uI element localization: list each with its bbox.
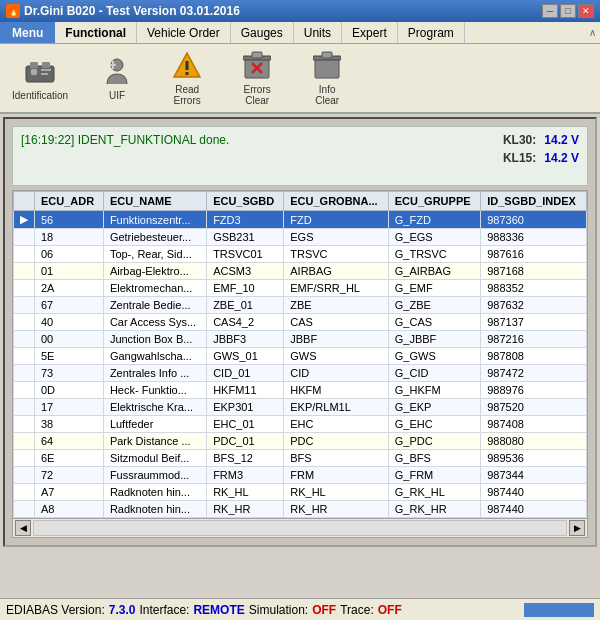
svg-rect-2 <box>41 69 51 71</box>
ecu-grobna: EMF/SRR_HL <box>284 280 389 297</box>
ecu-adr: 64 <box>35 433 104 450</box>
ecu-grobna: EHC <box>284 416 389 433</box>
ecu-adr: 18 <box>35 229 104 246</box>
uif-button[interactable]: UIF <box>92 54 142 103</box>
col-ecu-adr[interactable]: ECU_ADR <box>35 192 104 211</box>
ecu-name: Radknoten hin... <box>103 501 206 518</box>
ecu-grobna: EGS <box>284 229 389 246</box>
table-row[interactable]: 0DHeck- Funktio...HKFM11HKFMG_HKFM988976 <box>14 382 587 399</box>
ecu-name: Fussraummod... <box>103 467 206 484</box>
kl15-value: 14.2 V <box>544 151 579 165</box>
table-row[interactable]: 06Top-, Rear, Sid...TRSVC01TRSVCG_TRSVC9… <box>14 246 587 263</box>
ecu-name: Elektromechan... <box>103 280 206 297</box>
row-indicator <box>14 263 35 280</box>
menu-item-functional[interactable]: Functional <box>55 22 137 43</box>
menu-chevron-icon: ∧ <box>589 27 600 38</box>
menu-item-gauges[interactable]: Gauges <box>231 22 294 43</box>
table-row[interactable]: 00Junction Box B...JBBF3JBBFG_JBBF987216 <box>14 331 587 348</box>
id-sgbd-index: 987216 <box>481 331 587 348</box>
menu-item-menu[interactable]: Menu <box>0 22 55 43</box>
menu-item-program[interactable]: Program <box>398 22 465 43</box>
table-row[interactable]: 18Getriebesteuer...GSB231EGSG_EGS988336 <box>14 229 587 246</box>
close-button[interactable]: ✕ <box>578 4 594 18</box>
svg-rect-11 <box>186 72 189 75</box>
title-bar: 🔥 Dr.Gini B020 - Test Version 03.01.2016… <box>0 0 600 22</box>
menu-item-units[interactable]: Units <box>294 22 342 43</box>
table-row[interactable]: ▶56Funktionszentr...FZD3FZDG_FZD987360 <box>14 211 587 229</box>
info-clear-button[interactable]: InfoClear <box>302 48 352 108</box>
table-scroll-area[interactable]: ECU_ADR ECU_NAME ECU_SGBD ECU_GROBNA... … <box>13 191 587 518</box>
ecu-name: Gangwahlscha... <box>103 348 206 365</box>
status-area: [16:19:22] IDENT_FUNKTIONAL done. KL30: … <box>12 126 588 186</box>
trace-value: OFF <box>378 603 402 617</box>
col-ecu-grobna[interactable]: ECU_GROBNA... <box>284 192 389 211</box>
table-row[interactable]: 73Zentrales Info ...CID_01CIDG_CID987472 <box>14 365 587 382</box>
menu-item-vehicle-order[interactable]: Vehicle Order <box>137 22 231 43</box>
ecu-grobna: ZBE <box>284 297 389 314</box>
table-row[interactable]: 5EGangwahlscha...GWS_01GWSG_GWS987808 <box>14 348 587 365</box>
table-row[interactable]: 72Fussraummod...FRM3FRMG_FRM987344 <box>14 467 587 484</box>
uif-icon <box>101 56 133 88</box>
title-controls: ─ □ ✕ <box>542 4 594 18</box>
ecu-grobna: JBBF <box>284 331 389 348</box>
table-row[interactable]: A7Radknoten hin...RK_HLRK_HLG_RK_HL98744… <box>14 484 587 501</box>
table-row[interactable]: A8Radknoten hin...RK_HRRK_HRG_RK_HR98744… <box>14 501 587 518</box>
ecu-name: Park Distance ... <box>103 433 206 450</box>
menu-item-expert[interactable]: Expert <box>342 22 398 43</box>
ediabas-label: EDIABAS Version: <box>6 603 105 617</box>
errors-clear-button[interactable]: ErrorsClear <box>232 48 282 108</box>
ecu-grobna: CID <box>284 365 389 382</box>
ecu-grobna: FRM <box>284 467 389 484</box>
kl30-label: KL30: <box>503 133 536 147</box>
ecu-name: Heck- Funktio... <box>103 382 206 399</box>
ecu-gruppe: G_EMF <box>388 280 480 297</box>
ecu-sgbd: FRM3 <box>207 467 284 484</box>
scroll-right-button[interactable]: ▶ <box>569 520 585 536</box>
ecu-gruppe: G_HKFM <box>388 382 480 399</box>
ecu-adr: 5E <box>35 348 104 365</box>
id-sgbd-index: 987344 <box>481 467 587 484</box>
read-errors-icon <box>171 50 203 82</box>
table-row[interactable]: 64Park Distance ...PDC_01PDCG_PDC988080 <box>14 433 587 450</box>
ecu-gruppe: G_FZD <box>388 211 480 229</box>
ecu-grobna: RK_HL <box>284 484 389 501</box>
row-indicator <box>14 314 35 331</box>
id-sgbd-index: 988352 <box>481 280 587 297</box>
table-row[interactable]: 6ESitzmodul Beif...BFS_12BFSG_BFS989536 <box>14 450 587 467</box>
col-ecu-name[interactable]: ECU_NAME <box>103 192 206 211</box>
info-clear-label: InfoClear <box>315 84 339 106</box>
simulation-value: OFF <box>312 603 336 617</box>
ecu-gruppe: G_RK_HR <box>388 501 480 518</box>
col-ecu-sgbd[interactable]: ECU_SGBD <box>207 192 284 211</box>
table-row[interactable]: 2AElektromechan...EMF_10EMF/SRR_HLG_EMF9… <box>14 280 587 297</box>
ecu-name: Airbag-Elektro... <box>103 263 206 280</box>
read-errors-button[interactable]: ReadErrors <box>162 48 212 108</box>
ecu-grobna: PDC <box>284 433 389 450</box>
ecu-grobna: EKP/RLM1L <box>284 399 389 416</box>
info-clear-icon <box>311 50 343 82</box>
scroll-track[interactable] <box>33 520 567 536</box>
minimize-button[interactable]: ─ <box>542 4 558 18</box>
read-errors-label: ReadErrors <box>174 84 201 106</box>
table-row[interactable]: 40Car Access Sys...CAS4_2CASG_CAS987137 <box>14 314 587 331</box>
app-icon: 🔥 <box>6 4 20 18</box>
horizontal-scrollbar[interactable]: ◀ ▶ <box>13 518 587 537</box>
table-row[interactable]: 38LuftfederEHC_01EHCG_EHC987408 <box>14 416 587 433</box>
row-indicator <box>14 433 35 450</box>
simulation-label: Simulation: <box>249 603 308 617</box>
ecu-gruppe: G_RK_HL <box>388 484 480 501</box>
maximize-button[interactable]: □ <box>560 4 576 18</box>
ecu-sgbd: HKFM11 <box>207 382 284 399</box>
col-ecu-gruppe[interactable]: ECU_GRUPPE <box>388 192 480 211</box>
table-row[interactable]: 01Airbag-Elektro...ACSM3AIRBAGG_AIRBAG98… <box>14 263 587 280</box>
ecu-sgbd: GWS_01 <box>207 348 284 365</box>
ecu-name: Radknoten hin... <box>103 484 206 501</box>
row-indicator <box>14 229 35 246</box>
table-row[interactable]: 67Zentrale Bedie...ZBE_01ZBEG_ZBE987632 <box>14 297 587 314</box>
col-id-sgbd-index[interactable]: ID_SGBD_INDEX <box>481 192 587 211</box>
identification-button[interactable]: Identification <box>8 54 72 103</box>
scroll-left-button[interactable]: ◀ <box>15 520 31 536</box>
table-row[interactable]: 17Elektrische Kra...EKP301EKP/RLM1LG_EKP… <box>14 399 587 416</box>
ecu-adr: 40 <box>35 314 104 331</box>
id-sgbd-index: 987520 <box>481 399 587 416</box>
